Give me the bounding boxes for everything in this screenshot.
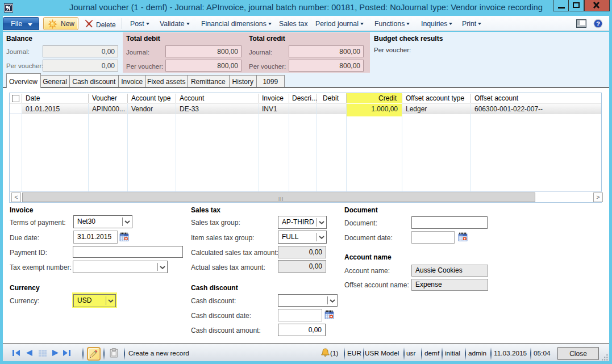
svg-text:?: ?	[596, 20, 600, 27]
